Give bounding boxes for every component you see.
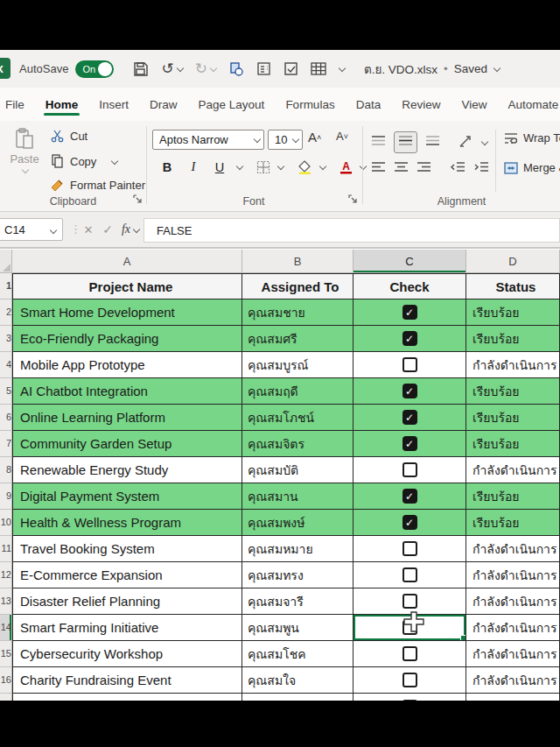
cell-assigned-to[interactable]: คุณสมศรี (242, 326, 354, 352)
cell-status[interactable]: เรียบร้อย (466, 405, 560, 431)
cell-status[interactable]: เรียบร้อย (466, 326, 560, 352)
checkbox[interactable]: ✓ (402, 305, 417, 320)
fill-color-icon[interactable] (298, 160, 312, 174)
decrease-indent-icon[interactable] (450, 161, 466, 176)
header-cell[interactable]: Project Name (12, 273, 242, 300)
cell-assigned-to[interactable] (242, 694, 354, 701)
increase-font-button[interactable]: A˄ (308, 130, 321, 144)
table-icon[interactable] (311, 61, 326, 76)
header-cell[interactable]: Status (466, 273, 560, 300)
tab-insert[interactable]: Insert (97, 90, 130, 119)
cancel-button[interactable]: ✕ (79, 218, 98, 241)
cell-check[interactable]: ✓ (354, 431, 466, 457)
cell-check[interactable] (354, 641, 466, 667)
cell-check[interactable] (354, 352, 466, 378)
column-header-C[interactable]: C (354, 250, 466, 273)
cell-assigned-to[interactable]: คุณสมโภชน์ (242, 405, 354, 431)
row-header[interactable]: 11 (0, 536, 12, 562)
row-header[interactable]: 2 (0, 300, 12, 326)
copy-chevron-icon[interactable] (111, 159, 117, 165)
cell-check[interactable] (354, 694, 466, 701)
cell-status[interactable]: กำลังดำเนินการ (466, 562, 560, 588)
orientation-chevron-icon[interactable] (481, 139, 487, 145)
cell-assigned-to[interactable]: คุณสมพงษ์ (242, 510, 354, 536)
cell-assigned-to[interactable]: คุณสมโชค (242, 641, 354, 667)
cell-check[interactable] (354, 536, 466, 562)
paste-options-icon[interactable] (228, 61, 244, 77)
checkbox[interactable] (402, 541, 417, 556)
cell-project-name[interactable]: Community Garden Setup (12, 431, 242, 457)
save-icon[interactable] (133, 61, 149, 77)
cell-status[interactable]: กำลังดำเนินการ (466, 457, 560, 483)
clipboard-dialog-launcher-icon[interactable] (133, 193, 142, 206)
merge-center-button[interactable]: Merge & Center (504, 161, 560, 174)
row-header[interactable]: 17 (0, 694, 12, 701)
checkbox[interactable]: ✓ (402, 489, 417, 504)
row-header[interactable]: 15 (0, 641, 12, 667)
header-cell[interactable]: Check (354, 273, 466, 300)
autosave-toggle[interactable]: On (75, 60, 114, 78)
cell-project-name[interactable]: Disaster Relief Planning (12, 588, 242, 615)
cell-check[interactable]: ✓ (354, 378, 466, 405)
cell-assigned-to[interactable]: คุณสมทรง (242, 562, 354, 588)
checkbox[interactable] (402, 462, 417, 477)
select-all-corner[interactable] (0, 250, 12, 273)
cell-project-name[interactable]: Eco-Friendly Packaging (12, 326, 242, 352)
copy-button[interactable]: Copy (51, 154, 117, 168)
cell-assigned-to[interactable]: คุณสมบูรณ์ (242, 352, 354, 378)
borders-icon[interactable] (256, 160, 270, 174)
tab-view[interactable]: View (459, 90, 488, 119)
cell-project-name[interactable]: AI Chatbot Integration (12, 378, 242, 405)
cell-project-name[interactable]: Mobile App Prototype (12, 352, 242, 378)
cell-project-name[interactable]: Health & Wellness Program (12, 510, 242, 536)
underline-chevron-icon[interactable] (236, 164, 242, 170)
checkbox[interactable] (402, 673, 417, 687)
cell-check[interactable] (354, 457, 466, 483)
column-header-A[interactable]: A (12, 250, 242, 273)
checkbox[interactable]: ✓ (402, 384, 417, 398)
cell-assigned-to[interactable]: คุณสมาน (242, 483, 354, 510)
form-icon[interactable] (256, 61, 271, 76)
cell-status[interactable]: กำลังดำเนินการ (466, 352, 560, 378)
borders-chevron-icon[interactable] (277, 164, 284, 170)
name-box[interactable]: C14 (0, 218, 63, 241)
orientation-icon[interactable] (458, 134, 473, 151)
cell-check[interactable]: ✓ (354, 405, 466, 431)
row-header[interactable]: 8 (0, 457, 12, 483)
checkbox[interactable]: ✓ (402, 410, 417, 425)
cell-project-name[interactable]: Smart Home Development (12, 300, 242, 326)
row-header[interactable]: 5 (0, 378, 12, 405)
cell-project-name[interactable]: Online Learning Platform (12, 405, 242, 431)
cell-assigned-to[interactable]: คุณสมจิตร (242, 431, 354, 457)
font-color-icon[interactable]: A (340, 160, 353, 174)
row-header[interactable]: 13 (0, 588, 12, 615)
row-header[interactable]: 3 (0, 326, 12, 352)
tab-draw[interactable]: Draw (148, 90, 179, 119)
tab-formulas[interactable]: Formulas (284, 90, 336, 119)
font-dialog-launcher-icon[interactable] (348, 193, 357, 206)
row-header[interactable]: 4 (0, 352, 12, 378)
tab-page-layout[interactable]: Page Layout (197, 90, 267, 119)
font-name-combo[interactable]: Aptos Narrow (152, 130, 264, 150)
cell-project-name[interactable]: E-Commerce Expansion (12, 562, 242, 588)
align-top-icon[interactable] (371, 135, 386, 150)
align-right-icon[interactable] (416, 161, 431, 176)
checkbox[interactable]: ✓ (402, 436, 417, 451)
cell-status[interactable] (466, 694, 560, 701)
font-size-combo[interactable]: 10 (268, 130, 303, 150)
cell-project-name[interactable]: Travel Booking System (12, 536, 242, 562)
row-header[interactable]: 14 (0, 615, 12, 641)
row-header[interactable]: 10 (0, 510, 12, 536)
row-header[interactable]: 16 (0, 667, 12, 694)
undo-chevron-icon[interactable] (177, 66, 183, 72)
checkbox[interactable] (402, 594, 417, 609)
cell-assigned-to[interactable]: คุณสมพูน (242, 615, 354, 641)
enter-button[interactable]: ✓ (98, 218, 117, 241)
checkbox[interactable] (402, 357, 417, 372)
tab-automate[interactable]: Automate (506, 90, 560, 119)
cell-check[interactable] (354, 562, 466, 588)
align-bottom-icon[interactable] (425, 135, 440, 150)
cell-status[interactable]: เรียบร้อย (466, 378, 560, 405)
cell-project-name[interactable]: Cybersecurity Workshop (12, 641, 242, 667)
checkbox[interactable] (402, 646, 417, 661)
